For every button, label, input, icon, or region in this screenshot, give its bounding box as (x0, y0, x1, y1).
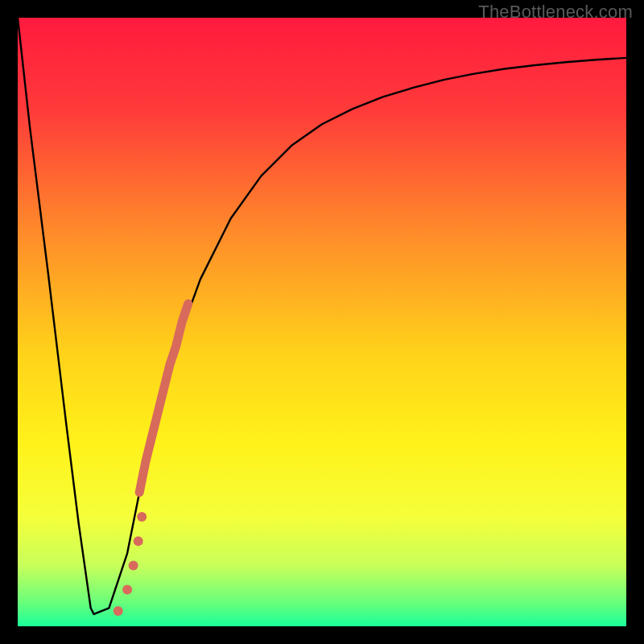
sample-point (114, 606, 123, 616)
sample-point (134, 536, 143, 546)
sample-point (137, 512, 147, 522)
gradient-background (18, 18, 626, 626)
sample-point (129, 560, 138, 570)
chart-svg (18, 18, 626, 626)
watermark-text: TheBottleneck.com (478, 2, 633, 23)
plot-area (18, 18, 626, 626)
chart-frame: TheBottleneck.com (0, 0, 644, 644)
sample-point (122, 585, 132, 595)
